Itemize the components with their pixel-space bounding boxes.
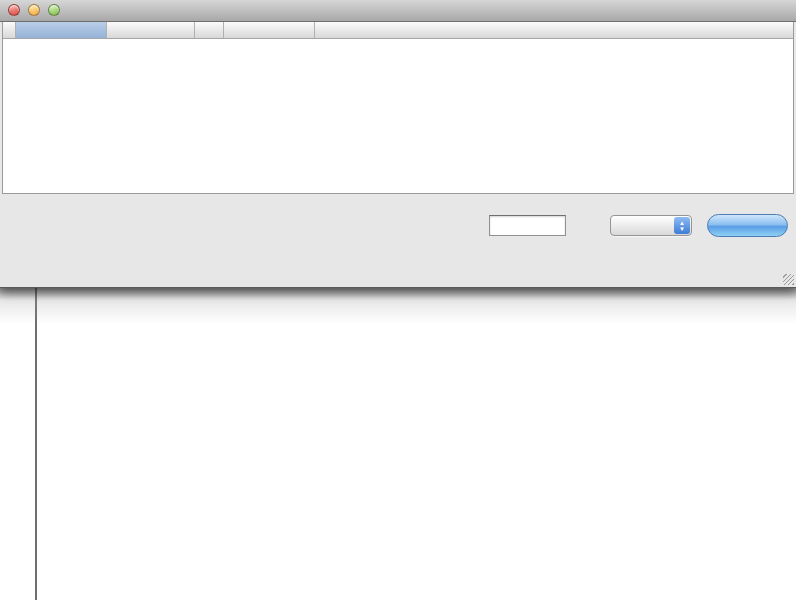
close-window-icon[interactable] xyxy=(8,4,20,16)
toolbar: ▲▼ xyxy=(0,206,796,248)
column-header-azimut[interactable] xyxy=(224,22,315,38)
select-stepper-icon[interactable]: ▲▼ xyxy=(674,217,690,234)
footer-bar xyxy=(0,259,796,286)
window-controls xyxy=(8,4,60,16)
map-canvas[interactable] xyxy=(0,288,796,600)
attribute-table-dialog: ▲▼ xyxy=(0,0,796,288)
column-header-type[interactable] xyxy=(107,22,195,38)
resize-grip[interactable] xyxy=(783,274,794,285)
panel-divider[interactable] xyxy=(35,288,37,600)
zoom-window-icon[interactable] xyxy=(48,4,60,16)
attribute-table xyxy=(2,22,794,194)
column-header-faille[interactable] xyxy=(16,22,107,38)
minimize-window-icon[interactable] xyxy=(28,4,40,16)
map-svg xyxy=(0,288,796,600)
table-header-row xyxy=(3,22,793,39)
header-corner xyxy=(3,22,16,38)
header-filler xyxy=(315,22,793,38)
field-select[interactable]: ▲▼ xyxy=(610,215,692,236)
qgis-app: ▲▼ xyxy=(0,0,796,600)
title-bar[interactable] xyxy=(0,0,796,22)
search-button[interactable] xyxy=(707,214,788,237)
column-header-id[interactable] xyxy=(195,22,224,38)
search-input[interactable] xyxy=(489,215,566,236)
